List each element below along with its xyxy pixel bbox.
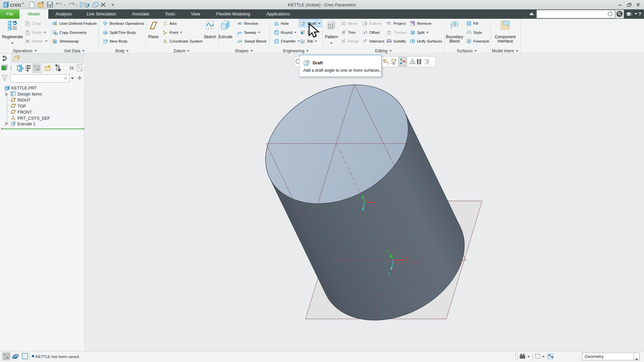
svg-text:PRT_CSYS_DEF: PRT_CSYS_DEF <box>395 262 419 265</box>
svg-text:X: X <box>406 256 408 260</box>
svg-text:creo: creo <box>10 2 21 8</box>
svg-text:Y: Y <box>387 250 389 254</box>
svg-text:Z: Z <box>388 272 390 276</box>
